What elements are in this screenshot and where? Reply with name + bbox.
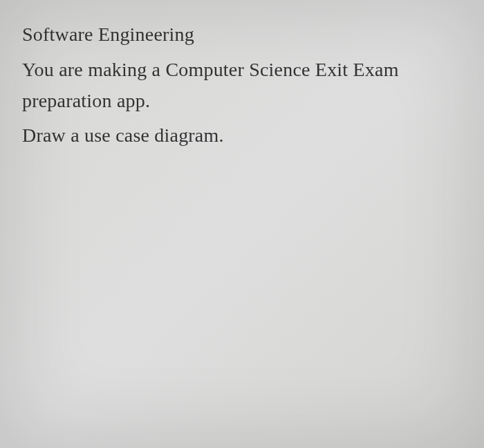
title-text: Software Engineering: [22, 24, 194, 45]
instruction-line: Draw a use case diagram.: [22, 120, 467, 151]
body-line-1: You are making a Computer Science Exit E…: [22, 55, 467, 86]
document-title: Software Engineering: [22, 19, 467, 50]
document-content: Software Engineering You are making a Co…: [22, 19, 467, 151]
body-line-2: preparation app.: [22, 86, 467, 117]
